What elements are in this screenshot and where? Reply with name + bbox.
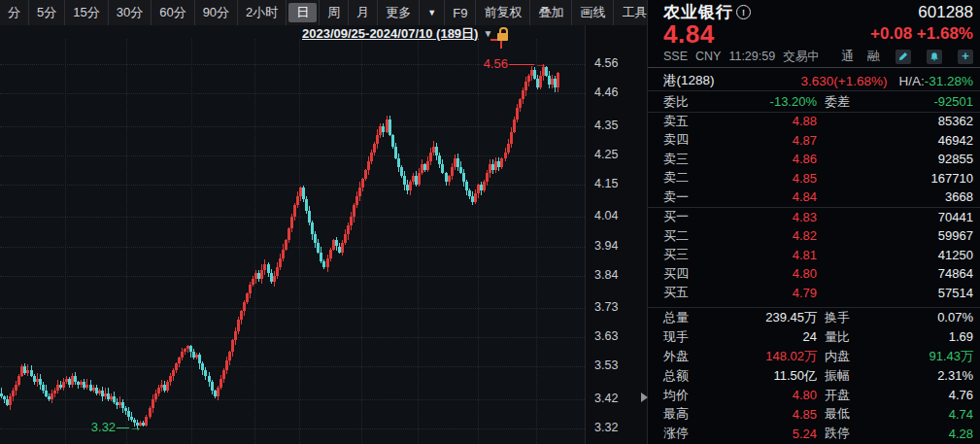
cell-value: 4.85 [718,407,817,422]
stat-row: 外盘148.02万内盘91.43万 [663,347,973,366]
toolbar-item[interactable]: 月 [349,0,378,25]
stat-label: 涨停 [663,425,718,442]
bid-row[interactable]: 买一4.8370441 [663,208,973,227]
candle-body [62,382,65,388]
toolbar-item[interactable]: 60分 [152,0,194,25]
candle-body [178,358,181,363]
candle-body [9,396,12,405]
h-gridline [0,126,585,127]
bid-row[interactable]: 买二4.8259967 [663,226,973,246]
chevron-down-icon[interactable]: ▼ [483,28,492,39]
price-tick-label: 4.46 [594,85,618,99]
ask-row[interactable]: 卖三4.8692855 [663,150,973,169]
toolbar-item[interactable]: 画线 [572,0,614,25]
candle-body [403,176,406,185]
toolbar-item[interactable]: 15分 [65,0,108,25]
candle-body [305,199,308,211]
candle-body [17,376,20,385]
commission-ratio-row: 委比-13.20%委差-92501 [663,92,973,111]
date-range-control[interactable]: 2023/09/25-2024/07/10 (189日) ▼ [302,26,508,41]
candle-body [267,264,270,273]
cell-value: 239.45万 [718,309,817,326]
candle-body [451,167,454,176]
candle-body [293,205,296,217]
stat-label: 总额 [663,367,718,385]
panel-collapse-handle[interactable] [641,393,648,402]
price-axis: 4.564.464.354.254.154.043.943.843.733.63… [585,25,648,444]
edit-button[interactable] [896,50,911,64]
toolbar-item[interactable]: 30分 [109,0,152,25]
toolbar-item-selected[interactable]: 日 [287,0,320,25]
commission-ratio: 委比-13.20%委差-92501 [663,92,973,112]
candle-body [302,188,305,199]
add-watchlist-button[interactable]: + [958,50,973,64]
ask-row[interactable]: 卖一4.843668 [663,188,973,207]
date-range-label[interactable]: 2023/09/25-2024/07/10 (189日) [302,25,478,43]
bid-row[interactable]: 买五4.7957514 [663,284,973,303]
ask-row[interactable]: 卖二4.85167710 [663,169,973,188]
level-volume: 92855 [817,152,973,166]
toolbar-item[interactable]: 5分 [29,0,65,25]
stat-label: 委比 [663,93,718,111]
quote-panel: 农业银行 ! 601288 4.84 +0.08 +1.68% SSE CNY … [647,0,980,444]
level-label: 卖三 [663,151,718,168]
candle-body [287,228,290,240]
info-icon[interactable]: ! [736,5,751,19]
toolbar-item[interactable]: ▼ [420,0,445,25]
level-volume: 85362 [817,114,973,128]
level-price: 4.80 [718,266,817,281]
candle-body [273,276,276,282]
candle-body [510,132,513,144]
candle-body [157,388,160,393]
toolbar-item[interactable]: 前复权 [476,0,530,25]
price-tick-label: 4.04 [594,209,618,222]
candlestick-chart[interactable]: 4.56——→ 3.32—→ [0,25,585,444]
quote-time: 11:29:59 [728,50,775,63]
alert-button[interactable] [927,50,942,64]
stat-label: 最低 [825,405,850,423]
stock-code: 601288 [918,3,973,22]
ask-row[interactable]: 卖四4.8746942 [663,131,973,151]
candle-body [211,382,214,391]
cell-value: 11.50亿 [718,367,817,385]
candle-body [448,176,451,182]
ask-row[interactable]: 卖五4.8885362 [663,112,973,131]
stat-label: 均价 [663,387,718,404]
toolbar-item[interactable]: 叠加 [530,0,572,25]
toolbar-item[interactable]: 分 [0,0,29,25]
level-volume: 41250 [817,248,973,262]
candle-body [557,73,559,87]
ha-premium-value: -31.28% [925,74,973,88]
v-gridline [126,39,127,444]
pencil-icon [898,51,908,61]
stat-label: 开盘 [825,387,850,404]
candle-body [486,173,489,182]
h-gridline [0,399,585,400]
toolbar-item[interactable]: 更多 [378,0,420,25]
candle-body [370,153,373,161]
toolbar-item[interactable]: F9 [445,0,476,25]
level-label: 买一 [663,208,718,225]
h-gridline [0,308,585,309]
level-price: 4.86 [718,152,817,166]
cell-value: 91.43万 [850,348,973,365]
ask-levels: 卖五4.8885362卖四4.8746942卖三4.8692855卖二4.851… [663,112,973,207]
bid-row[interactable]: 买三4.8141250 [663,246,973,265]
bid-row[interactable]: 买四4.8074864 [663,264,973,284]
toolbar-item[interactable]: 90分 [195,0,238,25]
period-toolbar: 分5分15分30分60分90分2小时日周月更多▼F9前复权叠加画线工具> [0,0,647,26]
stats-table: 总量239.45万换手0.07%现手24量比1.69外盘148.02万内盘91.… [663,308,973,443]
exchange-label: SSE [663,50,688,63]
level-volume: 57514 [817,286,973,300]
toolbar-item[interactable]: 2小时 [238,0,287,25]
candle-body [317,243,320,252]
price-tick-label: 3.32 [594,421,618,434]
lock-icon[interactable] [497,27,508,41]
price-tick-label: 3.84 [594,268,618,282]
last-price: 4.84 [663,19,715,50]
stat-row: 最高4.85最低4.74 [663,404,973,424]
candle-body [539,76,542,87]
hk-listing-row[interactable]: 港(1288) 3.630(+1.68%) H/A: -31.28% [663,71,973,90]
toolbar-item[interactable]: 周 [320,0,349,25]
v-gridline [478,39,479,444]
